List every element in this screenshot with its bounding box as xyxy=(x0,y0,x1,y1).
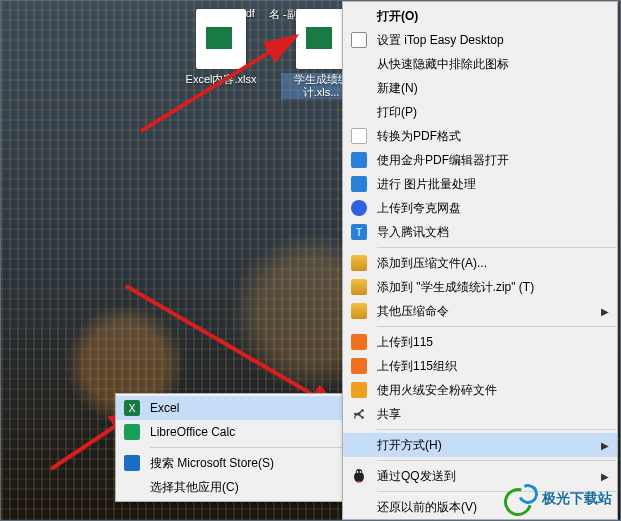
menu-label: 添加到压缩文件(A)... xyxy=(377,255,487,272)
watermark-logo: 极光下载站 xyxy=(498,484,612,514)
115-icon xyxy=(351,334,367,350)
svg-point-10 xyxy=(357,481,361,483)
excel-file-icon: X≣ xyxy=(196,9,246,69)
menu-label: 转换为PDF格式 xyxy=(377,128,461,145)
svg-point-8 xyxy=(357,471,359,473)
menu-label: 搜索 Microsoft Store(S) xyxy=(150,455,274,472)
menu-label: LibreOffice Calc xyxy=(150,425,235,439)
menu-print[interactable]: 打印(P) xyxy=(343,100,617,124)
menu-huorong[interactable]: 使用火绒安全粉碎文件 xyxy=(343,378,617,402)
menu-separator xyxy=(377,247,616,248)
pdf-icon xyxy=(351,128,367,144)
menu-separator xyxy=(377,460,616,461)
menu-label: 上传到115组织 xyxy=(377,358,457,375)
zip-icon xyxy=(351,255,367,271)
logo-graphic xyxy=(498,484,538,514)
menu-topdf[interactable]: 转换为PDF格式 xyxy=(343,124,617,148)
svg-point-4 xyxy=(361,416,364,419)
excel-icon: X xyxy=(124,400,140,416)
itop-icon xyxy=(351,32,367,48)
svg-point-9 xyxy=(360,471,362,473)
menu-label: 导入腾讯文档 xyxy=(377,224,449,241)
menu-label: 共享 xyxy=(377,406,401,423)
open-with-submenu: X Excel LibreOffice Calc 搜索 Microsoft St… xyxy=(115,393,345,502)
menu-label: Excel xyxy=(150,401,179,415)
menu-115[interactable]: 上传到115 xyxy=(343,330,617,354)
menu-separator xyxy=(377,429,616,430)
svg-point-5 xyxy=(354,413,357,416)
file-label: Excel内容.xlsx xyxy=(181,73,261,86)
menu-otherzip[interactable]: 其他压缩命令 ▶ xyxy=(343,299,617,323)
menu-addzip[interactable]: 添加到压缩文件(A)... xyxy=(343,251,617,275)
menu-separator xyxy=(377,326,616,327)
menu-jinzhou[interactable]: 使用金舟PDF编辑器打开 xyxy=(343,148,617,172)
menu-open-with[interactable]: 打开方式(H) ▶ xyxy=(343,433,617,457)
menu-label: 添加到 "学生成绩统计.zip" (T) xyxy=(377,279,534,296)
menu-share[interactable]: 共享 xyxy=(343,402,617,426)
menu-new[interactable]: 新建(N) xyxy=(343,76,617,100)
submenu-choose-other[interactable]: 选择其他应用(C) xyxy=(116,475,344,499)
menu-115org[interactable]: 上传到115组织 xyxy=(343,354,617,378)
excel-file-icon: X≣ xyxy=(296,9,346,69)
menu-label: 上传到夸克网盘 xyxy=(377,200,461,217)
chevron-right-icon: ▶ xyxy=(601,306,609,317)
zip-icon xyxy=(351,303,367,319)
chevron-right-icon: ▶ xyxy=(601,440,609,451)
menu-open[interactable]: 打开(O) xyxy=(343,4,617,28)
menu-separator xyxy=(150,447,343,448)
menu-batch[interactable]: 进行 图片批量处理 xyxy=(343,172,617,196)
batch-icon xyxy=(351,176,367,192)
submenu-search-store[interactable]: 搜索 Microsoft Store(S) xyxy=(116,451,344,475)
store-icon xyxy=(124,455,140,471)
menu-label: 从快速隐藏中排除此图标 xyxy=(377,56,509,73)
desktop-icons: X≣ Excel内容.xlsx X≣ 学生成绩统计.xls... xyxy=(181,1,361,99)
menu-label: 通过QQ发送到 xyxy=(377,468,456,485)
menu-itop[interactable]: 设置 iTop Easy Desktop xyxy=(343,28,617,52)
menu-addtozip[interactable]: 添加到 "学生成绩统计.zip" (T) xyxy=(343,275,617,299)
menu-label: 打开方式(H) xyxy=(377,437,442,454)
115-icon xyxy=(351,358,367,374)
svg-point-3 xyxy=(361,409,364,412)
logo-text: 极光下载站 xyxy=(542,490,612,508)
menu-label: 打印(P) xyxy=(377,104,417,121)
menu-label: 使用火绒安全粉碎文件 xyxy=(377,382,497,399)
submenu-libreoffice[interactable]: LibreOffice Calc xyxy=(116,420,344,444)
libreoffice-icon xyxy=(124,424,140,440)
menu-label: 新建(N) xyxy=(377,80,418,97)
chevron-right-icon: ▶ xyxy=(601,471,609,482)
tencent-icon: T xyxy=(351,224,367,240)
menu-kuake[interactable]: 上传到夸克网盘 xyxy=(343,196,617,220)
qq-icon xyxy=(351,468,367,484)
huorong-icon xyxy=(351,382,367,398)
submenu-excel[interactable]: X Excel xyxy=(116,396,344,420)
menu-label: 上传到115 xyxy=(377,334,433,351)
menu-label: 使用金舟PDF编辑器打开 xyxy=(377,152,509,169)
zip-icon xyxy=(351,279,367,295)
menu-exclude[interactable]: 从快速隐藏中排除此图标 xyxy=(343,52,617,76)
jinzhou-icon xyxy=(351,152,367,168)
menu-label: 其他压缩命令 xyxy=(377,303,449,320)
menu-label: 进行 图片批量处理 xyxy=(377,176,476,193)
context-menu: 打开(O) 设置 iTop Easy Desktop 从快速隐藏中排除此图标 新… xyxy=(342,1,618,520)
kuake-icon xyxy=(351,200,367,216)
file-excel-content[interactable]: X≣ Excel内容.xlsx xyxy=(181,1,261,99)
menu-label: 设置 iTop Easy Desktop xyxy=(377,32,504,49)
menu-label: 选择其他应用(C) xyxy=(150,479,239,496)
menu-label: 还原以前的版本(V) xyxy=(377,499,477,516)
menu-tencent[interactable]: T 导入腾讯文档 xyxy=(343,220,617,244)
menu-label: 打开(O) xyxy=(377,9,418,23)
share-icon xyxy=(351,406,367,422)
